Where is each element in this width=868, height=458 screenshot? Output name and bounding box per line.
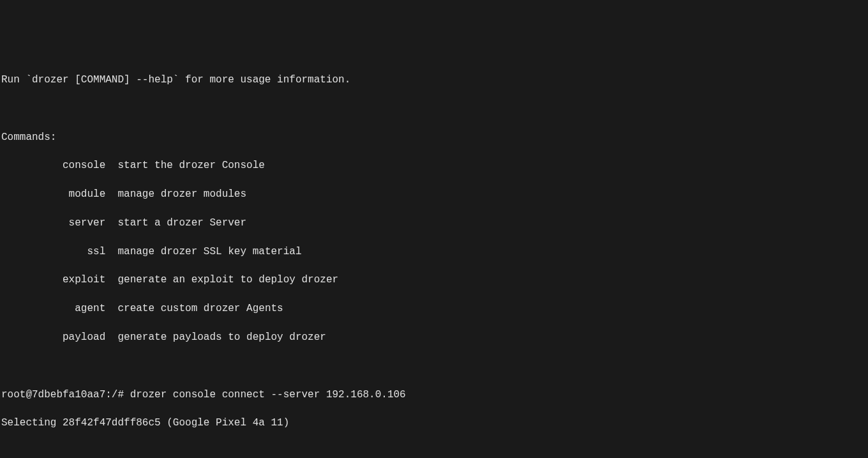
cmd-name: ssl xyxy=(1,246,105,257)
blank-line xyxy=(1,445,867,458)
cmd-name: payload xyxy=(1,332,105,343)
shell-prompt: root@7dbebfa10aa7:/# xyxy=(1,389,124,401)
command-row-agent: agent create custom drozer Agents xyxy=(1,302,867,316)
cmd-desc: generate payloads to deploy drozer xyxy=(117,332,326,343)
command-row-payload: payload generate payloads to deploy droz… xyxy=(1,330,867,344)
command-row-server: server start a drozer Server xyxy=(1,216,867,230)
selecting-device: Selecting 28f42f47ddff86c5 (Google Pixel… xyxy=(1,416,867,430)
cmd-desc: manage drozer modules xyxy=(117,188,246,200)
cmd-desc: start a drozer Server xyxy=(117,217,246,229)
cmd-name: exploit xyxy=(1,274,105,286)
command-row-module: module manage drozer modules xyxy=(1,187,867,201)
cmd-desc: start the drozer Console xyxy=(117,160,264,171)
command-row-console: console start the drozer Console xyxy=(1,158,867,172)
cmd-desc: create custom drozer Agents xyxy=(117,303,283,314)
entered-command: drozer console connect --server 192.168.… xyxy=(130,389,406,401)
cmd-desc: manage drozer SSL key material xyxy=(117,246,301,257)
cmd-desc: generate an exploit to deploy drozer xyxy=(117,274,338,286)
command-row-exploit: exploit generate an exploit to deploy dr… xyxy=(1,273,867,287)
blank-line xyxy=(1,359,867,373)
cmd-name: module xyxy=(1,188,105,200)
commands-header: Commands: xyxy=(1,130,867,144)
cmd-name: console xyxy=(1,160,105,171)
cmd-name: agent xyxy=(1,303,105,314)
cmd-name: server xyxy=(1,217,105,229)
terminal-output[interactable]: Run `drozer [COMMAND] --help` for more u… xyxy=(1,59,867,458)
blank-line xyxy=(1,102,867,116)
command-row-ssl: ssl manage drozer SSL key material xyxy=(1,245,867,259)
shell-prompt-line: root@7dbebfa10aa7:/# drozer console conn… xyxy=(1,388,867,402)
help-hint: Run `drozer [COMMAND] --help` for more u… xyxy=(1,73,867,87)
